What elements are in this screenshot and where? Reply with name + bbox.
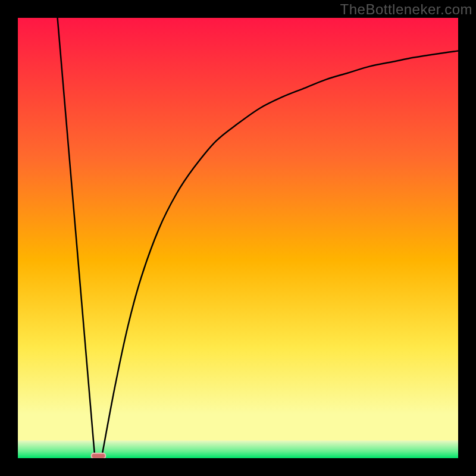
green-band [18, 440, 458, 458]
gradient-background [18, 18, 458, 458]
chart-frame: TheBottleneker.com [0, 0, 476, 476]
chart-svg [18, 18, 458, 458]
watermark-text: TheBottleneker.com [340, 1, 472, 18]
minimum-marker [92, 453, 106, 458]
plot-area [18, 18, 458, 458]
